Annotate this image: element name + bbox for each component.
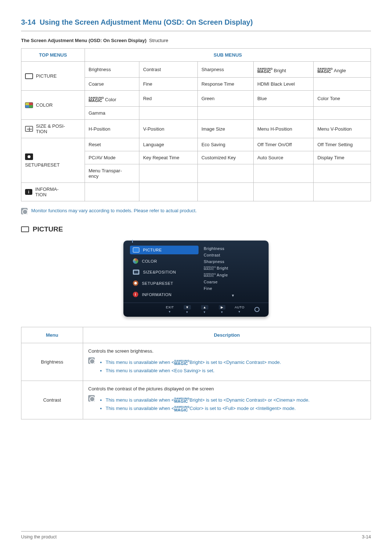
- footer-right: 3-14: [362, 534, 371, 539]
- cell: HDMI Black Level: [253, 78, 314, 91]
- menu-contrast: Contrast: [21, 381, 83, 419]
- menu-brightness: Brightness: [21, 343, 83, 381]
- footer: Using the product 3-14: [21, 531, 371, 539]
- size-position-icon: [133, 270, 139, 275]
- info-icon: i: [133, 292, 138, 297]
- auto-label: AUTO: [235, 305, 245, 309]
- menu-setup-reset: SETUP&RESET: [21, 138, 85, 183]
- cell: [197, 164, 253, 183]
- gear-icon: [25, 153, 33, 160]
- header-sub-menus: SUB MENUS: [85, 49, 371, 62]
- cell: [197, 183, 253, 201]
- cell: Coarse: [85, 78, 139, 91]
- osd-right-item: Brightness: [204, 246, 262, 251]
- osd-item-picture: PICTURE: [130, 246, 199, 254]
- osd-panel: PICTURE COLOR SIZE&POSITION SETUP&RESET …: [123, 241, 269, 317]
- osd-right-item: Fine: [204, 286, 262, 291]
- key-enter-icon: ▶: [219, 305, 225, 309]
- desc-brightness: Controls the screen brightness. This men…: [83, 343, 371, 381]
- note-item: This menu is unavailable when <SAMSUNGMA…: [106, 397, 310, 403]
- osd-left-column: PICTURE COLOR SIZE&POSITION SETUP&RESET …: [130, 246, 199, 299]
- cell: [253, 183, 314, 201]
- cell: SAMSUNGMAGICAngle: [314, 62, 371, 78]
- color-icon: [25, 102, 33, 108]
- cell: [139, 107, 198, 120]
- osd-item-size-position: SIZE&POSITION: [130, 268, 199, 276]
- cell: Gamma: [85, 107, 139, 120]
- exit-label: EXIT: [166, 305, 174, 309]
- section-picture-header: PICTURE: [21, 225, 371, 233]
- picture-icon: [25, 73, 33, 79]
- subtitle: The Screen Adjustment Menu (OSD: On Scre…: [21, 38, 371, 43]
- desc-contrast: Controls the contrast of the pictures di…: [83, 381, 371, 419]
- cell: Fine: [139, 78, 198, 91]
- key-up-icon: ▲: [201, 305, 208, 309]
- cell: Reset: [85, 138, 139, 151]
- osd-right-item: Contrast: [204, 253, 262, 257]
- cell: Response Time: [197, 78, 253, 91]
- top-menus-table: TOP MENUS SUB MENUS PICTURE Brightness C…: [21, 48, 371, 201]
- cell: [314, 78, 371, 91]
- cell: Display Time: [314, 151, 371, 164]
- cell: [139, 164, 198, 183]
- picture-icon: [21, 226, 29, 232]
- osd-item-information: iINFORMATION: [130, 290, 199, 299]
- cell: Off Timer On/Off: [253, 138, 314, 151]
- cell: [314, 107, 371, 120]
- osd-right-item: Coarse: [204, 280, 262, 284]
- picture-icon: [133, 247, 139, 253]
- note-icon: [88, 357, 95, 364]
- osd-right-item: SAMSUNGMAGICBright: [204, 266, 262, 271]
- cell: Key Repeat Time: [139, 151, 198, 164]
- cell: SAMSUNGMAGICColor: [85, 91, 139, 107]
- header-menu: Menu: [21, 327, 83, 343]
- osd-right-item: Sharpness: [204, 259, 262, 264]
- color-icon: [133, 258, 138, 264]
- info-icon: i: [25, 189, 32, 195]
- cell: Menu H-Position: [253, 120, 314, 138]
- chevron-down-icon: ▼: [204, 294, 262, 297]
- cell: Off Timer Setting: [314, 138, 371, 151]
- cell: Menu V-Position: [314, 120, 371, 138]
- cell: Sharpness: [197, 62, 253, 78]
- header-top-menus: TOP MENUS: [21, 49, 85, 62]
- key-down-icon: ▼: [184, 305, 191, 309]
- menu-size-position: SIZE & POSI-TION: [21, 120, 85, 138]
- header-description: Description: [83, 327, 371, 343]
- osd-item-color: COLOR: [130, 257, 199, 266]
- cell: Brightness: [85, 62, 139, 78]
- cell: V-Position: [139, 120, 198, 138]
- osd-item-setup-reset: SETUP&RESET: [130, 279, 199, 288]
- cell: [253, 107, 314, 120]
- gear-icon: [133, 280, 138, 286]
- note-monitor-functions: Monitor functions may vary according to …: [21, 208, 371, 214]
- note-item: This menu is unavailable when <Eco Savin…: [106, 368, 281, 373]
- menu-information: i INFORMA-TION: [21, 183, 85, 201]
- cell: [314, 183, 371, 201]
- cell: [253, 164, 314, 183]
- note-icon: [88, 395, 95, 402]
- footer-left: Using the product: [21, 534, 57, 539]
- cell: Eco Saving: [197, 138, 253, 151]
- osd-right-item: SAMSUNGMAGICAngle: [204, 273, 262, 278]
- osd-right-column: Brightness Contrast Sharpness SAMSUNGMAG…: [204, 246, 262, 299]
- cell: Image Size: [197, 120, 253, 138]
- cell: Blue: [253, 91, 314, 107]
- note-item: This menu is unavailable when <SAMSUNGMA…: [106, 406, 310, 412]
- cell: Contrast: [139, 62, 198, 78]
- osd-bottom-bar: EXIT▾ ▼▾ ▲▾ ▶▾ AUTO▾: [123, 303, 269, 314]
- cell: [314, 164, 371, 183]
- cell: Green: [197, 91, 253, 107]
- cell: PC/AV Mode: [85, 151, 139, 164]
- note-item: This menu is unavailable when <SAMSUNGMA…: [106, 360, 281, 366]
- cell: Customized Key: [197, 151, 253, 164]
- menu-color: COLOR: [21, 91, 85, 120]
- power-icon: [254, 307, 260, 312]
- cell: Language: [139, 138, 198, 151]
- picture-description-table: Menu Description Brightness Controls the…: [21, 327, 371, 419]
- note-icon: [21, 208, 28, 214]
- size-position-icon: [25, 126, 33, 132]
- page-title: 3-14 Using the Screen Adjustment Menu (O…: [21, 18, 371, 31]
- cell: SAMSUNGMAGICBright: [253, 62, 314, 78]
- cell: Color Tone: [314, 91, 371, 107]
